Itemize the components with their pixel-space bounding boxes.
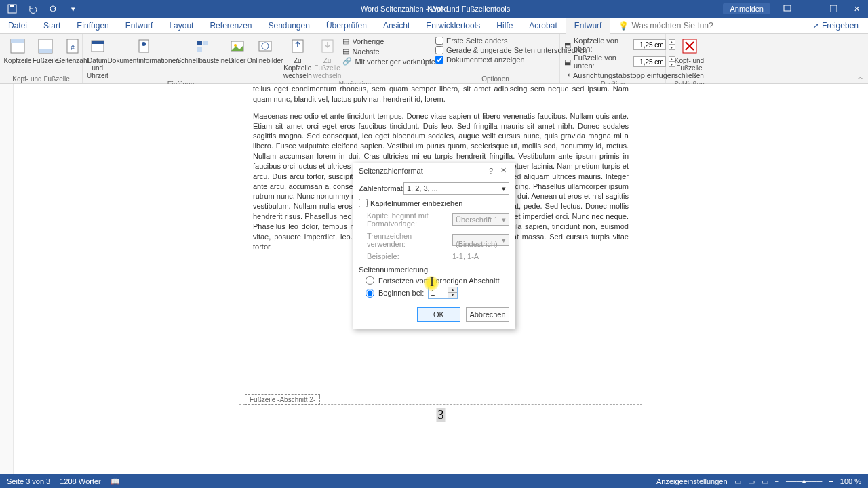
fusszeile-label: Fußzeile [33, 57, 58, 64]
kopfzeile-oben-row: ⬒Kopfzeile von oben:▴▾ [564, 37, 675, 53]
naechste-icon: ▤ [342, 47, 349, 56]
datum-button[interactable]: Datum und Uhrzeit [87, 35, 108, 79]
zoom-slider[interactable]: ───●─── [786, 477, 822, 485]
view-print-icon[interactable]: ▭ [748, 477, 755, 486]
group-kopffusszeile-label: Kopf- und Fußzeile [4, 74, 78, 83]
dialog-close-icon[interactable]: ✕ [497, 166, 509, 175]
tab-referenzen[interactable]: Referenzen [201, 18, 260, 33]
tab-acrobat[interactable]: Acrobat [521, 18, 565, 33]
maximize-icon[interactable] [822, 1, 845, 16]
footer-section-tab: Fußzeile -Abschnitt 2- [245, 394, 320, 405]
chevron-down-icon: ▾ [502, 236, 506, 245]
share-label: Freigeben [822, 21, 859, 30]
tab-einfuegen[interactable]: Einfügen [68, 18, 117, 33]
tab-hilfe[interactable]: Hilfe [488, 18, 521, 33]
contextual-tools-title: Kopf- und Fußzeilentools [427, 5, 510, 13]
chevron-down-icon: ▾ [502, 216, 506, 224]
share-button[interactable]: ↗Freigeben [804, 18, 868, 33]
share-icon: ↗ [812, 21, 819, 30]
signin-button[interactable]: Anmelden [723, 3, 770, 14]
radio-fortsetzen-label: Fortsetzen vom vorherigen Abschnitt [378, 277, 500, 285]
svg-rect-16 [203, 41, 208, 45]
vorherige-label: Vorherige [352, 37, 384, 45]
vorherige-button[interactable]: ▤Vorherige [342, 37, 439, 45]
dialog-help-icon[interactable]: ? [485, 167, 497, 175]
verknuepfen-button[interactable]: 🔗Mit vorheriger verknüpfen [342, 57, 439, 66]
save-icon[interactable] [4, 1, 20, 16]
schnellbausteine-label: Schnellbausteine [177, 57, 229, 64]
beginnen-bei-input[interactable] [429, 287, 448, 298]
doktext-label: Dokumenttext anzeigen [446, 56, 525, 64]
zukopfzeile-button[interactable]: Zu Kopfzeile wechseln [283, 35, 312, 79]
zufusszeile-button[interactable]: Zu Fußzeile wechseln [313, 35, 342, 79]
ok-button[interactable]: OK [417, 307, 460, 322]
seitenzahlenformat-dialog: Seitenzahlenformat ? ✕ Zahlenformat: 1, … [353, 163, 515, 329]
close-icon[interactable]: ✕ [845, 1, 868, 16]
dokinfo-button[interactable]: Dokumentinformationen [110, 35, 178, 64]
spinner-up[interactable]: ▴ [448, 287, 457, 293]
word-count[interactable]: 1208 Wörter [60, 477, 101, 485]
page-number-field[interactable]: 3 [437, 408, 446, 422]
kapitelnummer-check[interactable]: Kapitelnummer einbeziehen [359, 199, 509, 207]
onlinebilder-button[interactable]: Onlinebilder [248, 35, 282, 64]
spinner-down[interactable]: ▾ [448, 293, 457, 298]
fusszeile-unten-row: ⬓Fußzeile von unten:▴▾ [564, 54, 675, 70]
display-settings[interactable]: Anzeigeeinstellungen [656, 477, 728, 485]
minimize-icon[interactable]: ─ [799, 1, 822, 16]
tab-start[interactable]: Start [35, 18, 68, 33]
beispiele-label: Beispiele: [367, 252, 448, 260]
paragraph: tellus eget condimentum rhoncus, sem qua… [253, 84, 629, 104]
unten-input[interactable] [633, 56, 666, 67]
onlinebilder-label: Onlinebilder [247, 57, 283, 64]
schliessen-button[interactable]: Kopf- und Fußzeile schließen [670, 35, 709, 79]
qat-dropdown-icon[interactable]: ▾ [65, 1, 81, 16]
tellme-search[interactable]: 💡Was möchten Sie tun? [610, 18, 721, 33]
unten-icon: ⬓ [564, 58, 571, 66]
vertical-ruler[interactable] [0, 84, 14, 474]
schnellbausteine-button[interactable]: Schnellbausteine [179, 35, 226, 64]
view-read-icon[interactable]: ▭ [734, 477, 741, 486]
zoom-out-icon[interactable]: − [775, 477, 779, 485]
ribbon-options-icon[interactable] [776, 1, 799, 16]
tab-layout[interactable]: Layout [161, 18, 201, 33]
svg-point-14 [142, 42, 146, 46]
naechste-button[interactable]: ▤Nächste [342, 47, 439, 56]
page-indicator[interactable]: Seite 3 von 3 [7, 477, 50, 485]
titlebar: ▾ Word Seitenzahlen - Word Kopf- und Fuß… [0, 0, 868, 18]
tab-datei[interactable]: Datei [0, 18, 35, 33]
redo-icon[interactable] [45, 1, 61, 16]
collapse-ribbon-icon[interactable]: ︿ [857, 73, 864, 82]
svg-rect-15 [197, 41, 202, 45]
tab-sendungen[interactable]: Sendungen [260, 18, 318, 33]
tabstopp-button[interactable]: ⇥Ausrichtungstabstopp einfügen [564, 70, 675, 79]
ribbon-tabs: Datei Start Einfügen Entwurf Layout Refe… [0, 18, 868, 34]
oben-input[interactable] [633, 39, 666, 50]
zoom-value[interactable]: 100 % [840, 477, 861, 485]
zahlenformat-select[interactable]: 1, 2, 3, ...▾ [403, 182, 509, 195]
radio-beginnen[interactable]: Beginnen bei: ▴▾ [366, 287, 509, 299]
spellcheck-icon[interactable]: 📖 [111, 477, 120, 486]
view-web-icon[interactable]: ▭ [762, 477, 768, 486]
kopfzeile-button[interactable]: Kopfzeile [4, 35, 31, 64]
beginnen-bei-spinner[interactable]: ▴▾ [428, 287, 458, 299]
undo-icon[interactable] [24, 1, 41, 16]
seitenzahl-button[interactable]: #Seitenzahl [60, 35, 85, 64]
tabstopp-icon: ⇥ [564, 70, 570, 79]
tab-ansicht[interactable]: Ansicht [375, 18, 418, 33]
svg-rect-8 [39, 49, 52, 53]
tab-entwicklertools[interactable]: Entwicklertools [418, 18, 488, 33]
verknuepfen-label: Mit vorheriger verknüpfen [355, 58, 439, 66]
svg-rect-17 [197, 47, 202, 52]
abbrechen-button[interactable]: Abbrechen [466, 307, 509, 322]
radio-fortsetzen[interactable]: Fortsetzen vom vorherigen Abschnitt [366, 276, 509, 285]
radio-beginnen-label: Beginnen bei: [378, 289, 424, 297]
tab-ueberpruefen[interactable]: Überprüfen [318, 18, 375, 33]
zukopfzeile-label: Zu Kopfzeile wechseln [283, 57, 312, 79]
fusszeile-button[interactable]: Fußzeile [33, 35, 58, 64]
tab-entwurf[interactable]: Entwurf [117, 18, 161, 33]
zoom-in-icon[interactable]: + [829, 477, 833, 485]
tab-entwurf-context[interactable]: Entwurf [566, 18, 611, 34]
ribbon: Kopfzeile Fußzeile #Seitenzahl Kopf- und… [0, 34, 868, 84]
kapitel-beginnt-select: Überschrift 1▾ [452, 214, 509, 226]
bilder-button[interactable]: Bilder [228, 35, 247, 64]
